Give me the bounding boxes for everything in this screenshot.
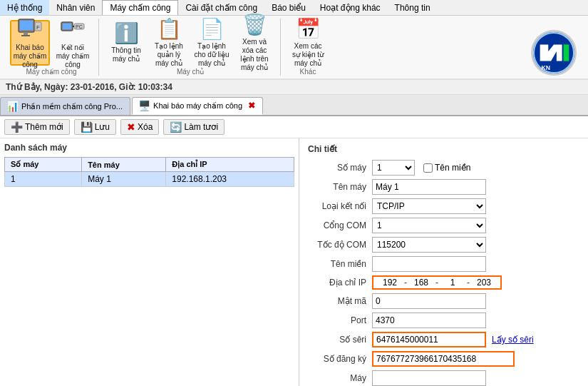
cell-dia-chi-ip: 192.168.1.203 <box>166 172 294 187</box>
svg-text:KN: KN <box>542 64 551 71</box>
ribbon-btn-xem-su-kien[interactable]: 📅 Xem các sự kiện từ máy chủ <box>288 20 328 66</box>
menu-may-cham-cong[interactable]: Máy chấm công <box>102 0 178 15</box>
ribbon-btn-thong-tin-label: Thông tin máy chủ <box>108 46 144 64</box>
ribbon-group-may-chu: ℹ️ Thông tin máy chủ 📋 Tạo lệnh quản lý … <box>100 19 281 76</box>
ribbon-btn-khai-bao-may[interactable]: F Khai báo máy chấm công <box>10 20 50 66</box>
thong-tin-icon: ℹ️ <box>113 21 139 45</box>
so-dang-ky-input[interactable] <box>372 351 515 367</box>
list-panel: Danh sách máy Số máy Tên máy Địa chỉ IP … <box>0 138 299 386</box>
ten-may-input[interactable] <box>372 179 486 195</box>
ribbon-btn-tao-lenh-ql-label: Tạo lệnh quản lý máy chủ <box>151 42 187 68</box>
col-so-may: Số máy <box>5 158 82 172</box>
svg-text:PC: PC <box>76 24 83 29</box>
menu-hoat-dong-khac[interactable]: Hoạt động khác <box>313 0 388 15</box>
row-port: Port <box>308 313 579 328</box>
menu-thong-tin[interactable]: Thông tin <box>388 0 438 15</box>
so-seri-input[interactable] <box>372 332 486 347</box>
list-title: Danh sách máy <box>4 143 294 153</box>
khai-bao-may-icon: F <box>17 16 43 42</box>
tab-icon-2: 🖥️ <box>138 100 150 111</box>
tab-phan-mem-cham-cong[interactable]: 📊 Phần mềm chấm công Pro... <box>0 97 130 115</box>
row-dia-chi-ip: Địa chỉ IP - - - <box>308 275 579 290</box>
ip-octet-2[interactable] <box>408 278 435 288</box>
ip-octet-3[interactable] <box>439 278 466 288</box>
row-mat-ma: Mật mã <box>308 293 579 309</box>
label-ten-mien-field: Tên miền <box>308 259 372 269</box>
col-ten-may: Tên máy <box>82 158 166 172</box>
ribbon-btn-khai-bao-label: Khai báo máy chấm công <box>13 44 47 69</box>
ribbon-group-khac: 📅 Xem các sự kiện từ máy chủ Khác <box>282 19 334 76</box>
menu-he-thong[interactable]: Hệ thống <box>0 0 49 15</box>
cong-com-select[interactable]: 1 <box>372 218 486 233</box>
row-so-seri: Số sêri Lấy số sêri <box>308 332 579 347</box>
ten-mien-checkbox[interactable] <box>423 163 433 173</box>
ip-octet-1[interactable] <box>376 278 403 288</box>
company-logo: KN <box>531 30 577 76</box>
mat-ma-input[interactable] <box>372 293 486 309</box>
cell-so-may: 1 <box>5 172 82 187</box>
col-dia-chi-ip: Địa chỉ IP <box>166 158 294 172</box>
save-button[interactable]: 💾 Lưu <box>74 119 116 135</box>
refresh-button[interactable]: 🔄 Làm tươi <box>163 119 225 135</box>
lay-so-seri-link[interactable]: Lấy số sêri <box>492 335 534 345</box>
so-may-controls: 1 Tên miền <box>372 160 470 176</box>
save-icon: 💾 <box>81 121 93 133</box>
label-loai-ket-noi: Loại kết nối <box>308 201 372 211</box>
ket-noi-may-icon: PC <box>60 16 86 42</box>
add-label: Thêm mới <box>25 122 63 132</box>
add-new-button[interactable]: ➕ Thêm mới <box>4 119 70 135</box>
row-ten-mien-field: Tên miền <box>308 256 579 272</box>
menu-nhan-vien[interactable]: Nhân viên <box>49 0 102 15</box>
ribbon-btn-ket-noi-label: Kết nối máy chấm công <box>55 44 91 69</box>
ten-mien-input[interactable] <box>372 256 486 272</box>
detail-title: Chi tiết <box>308 144 579 154</box>
add-icon: ➕ <box>11 121 23 133</box>
label-toc-do-com: Tốc độ COM <box>308 240 372 250</box>
ribbon-btn-thong-tin-may-chu[interactable]: ℹ️ Thông tin máy chủ <box>106 20 146 66</box>
may-input[interactable] <box>372 370 486 386</box>
tab-khai-bao-may-cham-cong[interactable]: 🖥️ Khai báo máy chấm công ✖ <box>132 97 263 115</box>
menu-bao-bieu[interactable]: Báo biểu <box>264 0 313 15</box>
ten-mien-checkbox-group: Tên miền <box>423 163 470 173</box>
ribbon-group-may-cham-cong: F Khai báo máy chấm công PC Kết nối máy … <box>4 19 99 76</box>
ribbon-btn-xem-xoa-lenh[interactable]: 🗑️ Xem và xóa các lệnh trên máy chủ <box>234 20 274 66</box>
ribbon-btn-ket-noi-may[interactable]: PC Kết nối máy chấm công <box>53 20 93 66</box>
port-input[interactable] <box>372 313 486 328</box>
ribbon-group-label-2: Máy chủ <box>177 66 204 76</box>
refresh-icon: 🔄 <box>170 121 182 133</box>
label-so-seri: Số sêri <box>308 335 372 345</box>
label-so-may: Số máy <box>308 163 372 173</box>
ribbon-group-buttons-1: F Khai báo máy chấm công PC Kết nối máy … <box>10 19 93 66</box>
svg-rect-7 <box>63 24 71 29</box>
ten-mien-checkbox-label: Tên miền <box>435 163 470 173</box>
logo-area: KN <box>531 30 584 76</box>
action-toolbar: ➕ Thêm mới 💾 Lưu ✖ Xóa 🔄 Làm tươi <box>0 116 588 138</box>
table-row[interactable]: 1 Máy 1 192.168.1.203 <box>5 172 294 187</box>
ribbon-btn-xem-xoa-label: Xem và xóa các lệnh trên máy chủ <box>237 38 272 72</box>
loai-ket-noi-select[interactable]: TCP/IP <box>372 198 486 214</box>
label-dia-chi-ip: Địa chỉ IP <box>308 278 372 288</box>
ribbon-btn-tao-lenh-dl-label: Tạo lệnh cho dữ liệu máy chủ <box>194 42 229 68</box>
datetime-bar: Thứ Bảy, Ngày: 23-01-2016, Giờ: 10:03:34 <box>0 80 588 95</box>
toc-do-com-select[interactable]: 115200 <box>372 237 486 253</box>
detail-panel: Chi tiết Số máy 1 Tên miền Tên máy Loại … <box>299 138 588 386</box>
tab-bar: 📊 Phần mềm chấm công Pro... 🖥️ Khai báo … <box>0 95 588 116</box>
label-port: Port <box>308 315 372 325</box>
ribbon-btn-xem-su-kien-label: Xem các sự kiện từ máy chủ <box>290 42 326 68</box>
ip-octet-4[interactable] <box>470 278 497 288</box>
ribbon-group-label-1: Máy chấm công <box>26 66 76 76</box>
delete-button[interactable]: ✖ Xóa <box>120 119 159 135</box>
row-loai-ket-noi: Loại kết nối TCP/IP <box>308 198 579 214</box>
ribbon-group-buttons-3: 📅 Xem các sự kiện từ máy chủ <box>288 19 328 66</box>
tab-icon-1: 📊 <box>6 101 19 112</box>
tao-lenh-ql-icon: 📋 <box>156 17 182 41</box>
ribbon-btn-tao-lenh-dl[interactable]: 📄 Tạo lệnh cho dữ liệu máy chủ <box>192 20 232 66</box>
ribbon-btn-tao-lenh-ql[interactable]: 📋 Tạo lệnh quản lý máy chủ <box>149 20 189 66</box>
save-label: Lưu <box>95 122 110 132</box>
row-cong-com: Cổng COM 1 <box>308 218 579 233</box>
tab-close-btn[interactable]: ✖ <box>248 101 255 111</box>
xem-xoa-lenh-icon: 🗑️ <box>242 13 267 36</box>
tao-lenh-dl-icon: 📄 <box>199 17 225 41</box>
so-may-select[interactable]: 1 <box>372 160 415 176</box>
ribbon-group-buttons-2: ℹ️ Thông tin máy chủ 📋 Tạo lệnh quản lý … <box>106 19 274 66</box>
